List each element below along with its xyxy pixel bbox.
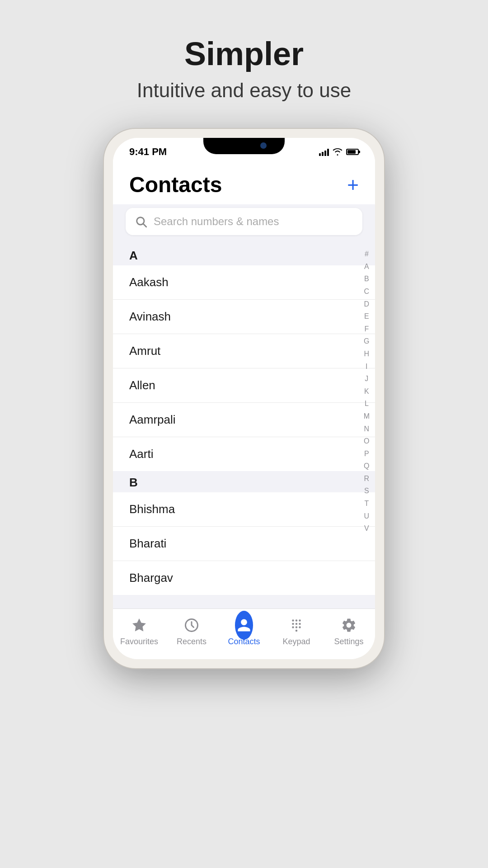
alphabet-index: #ABCDEFGHIJKLMNOPQRSTUV: [361, 244, 372, 538]
promo-subtitle: Intuitive and easy to use: [137, 79, 352, 102]
promo-title: Simpler: [137, 36, 352, 72]
add-contact-button[interactable]: +: [347, 175, 359, 195]
alpha-letter-q[interactable]: Q: [361, 460, 372, 472]
tab-label-keypad: Keypad: [282, 637, 310, 646]
keypad-icon: [288, 617, 305, 633]
svg-point-10: [292, 626, 294, 628]
alpha-letter-r[interactable]: R: [361, 472, 372, 485]
tab-icon-favourites: [130, 616, 148, 634]
alpha-letter-v[interactable]: V: [361, 522, 372, 535]
alpha-letter-o[interactable]: O: [361, 435, 372, 448]
tab-recents[interactable]: Recents: [171, 616, 212, 646]
search-container: Search numbers & names: [113, 204, 375, 244]
alpha-letter-n[interactable]: N: [361, 423, 372, 435]
clock-icon: [183, 617, 200, 633]
search-input[interactable]: Search numbers & names: [154, 215, 353, 228]
section-header-a: A: [113, 244, 375, 265]
alpha-letter-g[interactable]: G: [361, 335, 372, 348]
alpha-letter-u[interactable]: U: [361, 510, 372, 523]
signal-bar-4: [327, 149, 329, 156]
contact-item[interactable]: Avinash: [113, 300, 375, 334]
signal-icon: [319, 148, 329, 156]
contact-item[interactable]: Bharati: [113, 527, 375, 561]
person-icon: [236, 618, 252, 633]
svg-point-6: [299, 619, 301, 622]
contacts-header: Contacts +: [113, 161, 375, 204]
alpha-letter-c[interactable]: C: [361, 285, 372, 298]
contact-item[interactable]: Aakash: [113, 265, 375, 300]
alpha-letter-#[interactable]: #: [362, 248, 371, 260]
svg-point-5: [296, 619, 298, 622]
battery-fill: [347, 150, 356, 154]
list-bottom-space: [113, 595, 375, 609]
wifi-icon: [333, 148, 343, 156]
alpha-letter-f[interactable]: F: [361, 323, 371, 335]
phone-screen: 9:41 PM: [113, 138, 375, 659]
tab-keypad[interactable]: Keypad: [276, 616, 317, 646]
section-b-contacts: Bhishma Bharati Bhargav: [113, 492, 375, 595]
tab-label-recents: Recents: [177, 637, 206, 646]
search-bar[interactable]: Search numbers & names: [126, 208, 362, 235]
gear-icon: [341, 617, 357, 633]
alpha-letter-m[interactable]: M: [361, 410, 372, 423]
tab-label-settings: Settings: [334, 637, 363, 646]
alpha-letter-i[interactable]: I: [363, 360, 370, 373]
signal-bar-1: [319, 153, 321, 156]
notch: [203, 138, 285, 154]
alpha-letter-s[interactable]: S: [361, 485, 372, 497]
promo-header: Simpler Intuitive and easy to use: [119, 0, 370, 120]
svg-point-13: [296, 630, 298, 632]
tab-icon-settings: [340, 616, 358, 634]
star-icon: [131, 617, 147, 633]
tab-label-contacts: Contacts: [228, 637, 260, 646]
section-header-b: B: [113, 471, 375, 492]
signal-bar-3: [324, 151, 326, 156]
alpha-letter-a[interactable]: A: [361, 260, 372, 273]
front-camera: [260, 142, 267, 149]
svg-point-9: [299, 623, 301, 625]
svg-point-11: [296, 626, 298, 628]
tab-contacts[interactable]: Contacts: [224, 616, 264, 646]
svg-point-12: [299, 626, 301, 628]
alpha-letter-d[interactable]: D: [361, 298, 372, 311]
svg-point-8: [296, 623, 298, 625]
tab-icon-keypad: [287, 616, 305, 634]
svg-point-4: [292, 619, 294, 622]
contacts-active-bg: [235, 611, 253, 640]
contact-item[interactable]: Amrut: [113, 334, 375, 368]
phone-frame: 9:41 PM: [104, 129, 384, 668]
alpha-letter-l[interactable]: L: [362, 397, 371, 410]
status-bar: 9:41 PM: [113, 138, 375, 161]
status-icons: [319, 148, 359, 156]
status-time: 9:41 PM: [129, 146, 167, 158]
alpha-letter-k[interactable]: K: [361, 385, 372, 398]
tab-settings[interactable]: Settings: [328, 616, 369, 646]
contact-item[interactable]: Aamrpali: [113, 403, 375, 437]
alpha-letter-j[interactable]: J: [362, 373, 371, 385]
tab-bar: Favourites Recents: [113, 609, 375, 659]
tab-icon-recents: [183, 616, 201, 634]
alpha-letter-t[interactable]: T: [361, 497, 371, 510]
contact-item[interactable]: Aarti: [113, 437, 375, 471]
alpha-letter-e[interactable]: E: [361, 310, 372, 323]
alpha-letter-p[interactable]: P: [361, 448, 372, 460]
tab-icon-contacts: [235, 616, 253, 634]
section-a-contacts: Aakash Avinash Amrut Allen Aamrpali Aart…: [113, 265, 375, 471]
contact-item[interactable]: Allen: [113, 368, 375, 403]
tab-label-favourites: Favourites: [120, 637, 158, 646]
alpha-letter-b[interactable]: B: [361, 273, 372, 285]
svg-line-1: [143, 224, 146, 226]
contact-list: #ABCDEFGHIJKLMNOPQRSTUV A Aakash Avinash…: [113, 244, 375, 609]
svg-point-7: [292, 623, 294, 625]
tab-favourites[interactable]: Favourites: [119, 616, 160, 646]
battery-icon: [346, 149, 359, 155]
contact-item[interactable]: Bhishma: [113, 492, 375, 527]
alpha-letter-h[interactable]: H: [361, 348, 372, 360]
contacts-page-title: Contacts: [129, 172, 222, 197]
search-icon: [135, 215, 147, 228]
signal-bar-2: [322, 152, 324, 156]
contact-item[interactable]: Bhargav: [113, 561, 375, 595]
